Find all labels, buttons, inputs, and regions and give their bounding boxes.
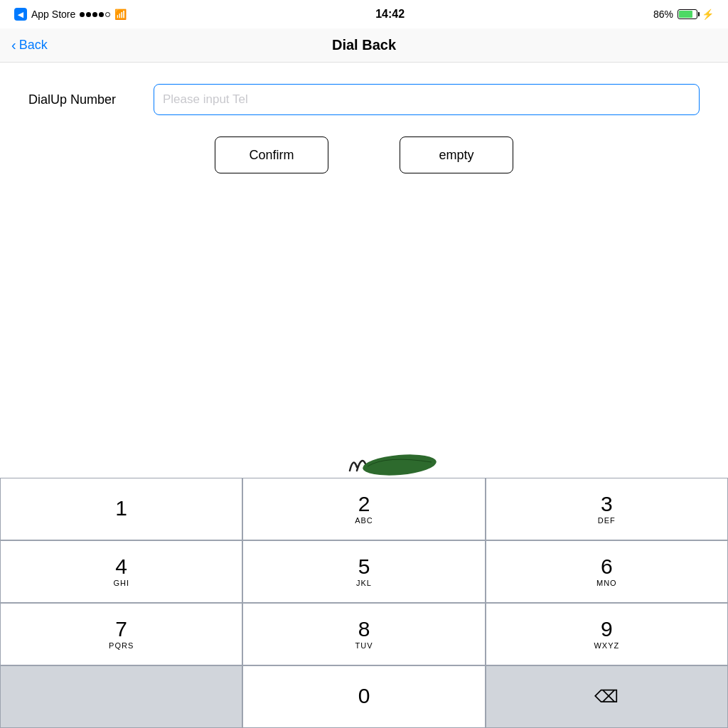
confirm-button[interactable]: Confirm bbox=[215, 136, 328, 173]
battery-icon bbox=[678, 9, 697, 19]
dot-5 bbox=[105, 12, 110, 17]
dot-2 bbox=[86, 12, 91, 17]
key-3-letters: DEF bbox=[598, 516, 616, 525]
key-8-number: 8 bbox=[358, 619, 370, 640]
key-6[interactable]: 6 MNO bbox=[486, 540, 728, 603]
status-left: ◀ App Store 📶 bbox=[14, 8, 127, 21]
key-1-number: 1 bbox=[115, 498, 127, 519]
leaf-decoration bbox=[286, 442, 442, 478]
empty-space bbox=[0, 195, 728, 437]
page-title: Dial Back bbox=[332, 37, 396, 53]
app-store-label: App Store bbox=[31, 9, 75, 20]
wifi-icon: 📶 bbox=[114, 9, 127, 20]
status-bar: ◀ App Store 📶 14:42 86% ⚡ bbox=[0, 0, 728, 28]
key-9-letters: WXYZ bbox=[594, 641, 619, 650]
key-8-letters: TUV bbox=[355, 641, 373, 650]
key-special[interactable] bbox=[0, 665, 242, 728]
key-grid: 1 2 ABC 3 DEF 4 GHI 5 JKL 6 MNO 7 PQRS bbox=[0, 478, 728, 728]
key-7-number: 7 bbox=[115, 619, 127, 640]
lightning-icon: ⚡ bbox=[702, 9, 714, 20]
key-5-letters: JKL bbox=[356, 579, 372, 587]
back-label: Back bbox=[19, 38, 48, 53]
key-9-number: 9 bbox=[601, 619, 613, 640]
nav-bar: ‹ Back Dial Back bbox=[0, 28, 728, 63]
key-2[interactable]: 2 ABC bbox=[242, 478, 485, 540]
key-delete[interactable]: ⌫ bbox=[486, 665, 728, 728]
key-9[interactable]: 9 WXYZ bbox=[486, 603, 728, 665]
dot-4 bbox=[99, 12, 104, 17]
form-row: DialUp Number bbox=[28, 84, 700, 115]
battery-percent: 86% bbox=[653, 9, 673, 20]
key-5-number: 5 bbox=[358, 556, 370, 577]
key-2-letters: ABC bbox=[355, 516, 373, 525]
dot-3 bbox=[92, 12, 97, 17]
back-button[interactable]: ‹ Back bbox=[11, 37, 48, 53]
key-6-number: 6 bbox=[601, 556, 613, 577]
key-4-letters: GHI bbox=[113, 579, 129, 587]
key-4[interactable]: 4 GHI bbox=[0, 540, 242, 603]
key-7-letters: PQRS bbox=[109, 641, 134, 650]
content-area: DialUp Number Confirm empty bbox=[0, 63, 728, 195]
svg-point-0 bbox=[362, 452, 437, 478]
key-3[interactable]: 3 DEF bbox=[486, 478, 728, 540]
battery-fill bbox=[679, 11, 692, 18]
key-1[interactable]: 1 bbox=[0, 478, 242, 540]
key-3-number: 3 bbox=[601, 493, 613, 515]
buttons-row: Confirm empty bbox=[28, 136, 700, 173]
key-7[interactable]: 7 PQRS bbox=[0, 603, 242, 665]
key-5[interactable]: 5 JKL bbox=[242, 540, 485, 603]
signal-dots bbox=[80, 12, 110, 17]
key-8[interactable]: 8 TUV bbox=[242, 603, 485, 665]
battery-container bbox=[678, 9, 697, 19]
empty-button[interactable]: empty bbox=[400, 136, 513, 173]
app-store-icon: ◀ bbox=[14, 8, 27, 21]
tel-input[interactable] bbox=[154, 84, 700, 115]
delete-icon: ⌫ bbox=[594, 687, 619, 707]
keyboard-hint bbox=[0, 442, 728, 478]
key-6-letters: MNO bbox=[596, 579, 617, 587]
key-2-number: 2 bbox=[358, 493, 370, 515]
key-0-number: 0 bbox=[358, 685, 370, 707]
dot-1 bbox=[80, 12, 85, 17]
keyboard: 1 2 ABC 3 DEF 4 GHI 5 JKL 6 MNO 7 PQRS bbox=[0, 442, 728, 728]
status-right: 86% ⚡ bbox=[653, 9, 714, 20]
key-4-number: 4 bbox=[115, 556, 127, 577]
back-chevron-icon: ‹ bbox=[11, 37, 16, 53]
dialup-number-label: DialUp Number bbox=[28, 92, 142, 107]
time-display: 14:42 bbox=[375, 8, 405, 21]
key-0[interactable]: 0 bbox=[242, 665, 485, 728]
